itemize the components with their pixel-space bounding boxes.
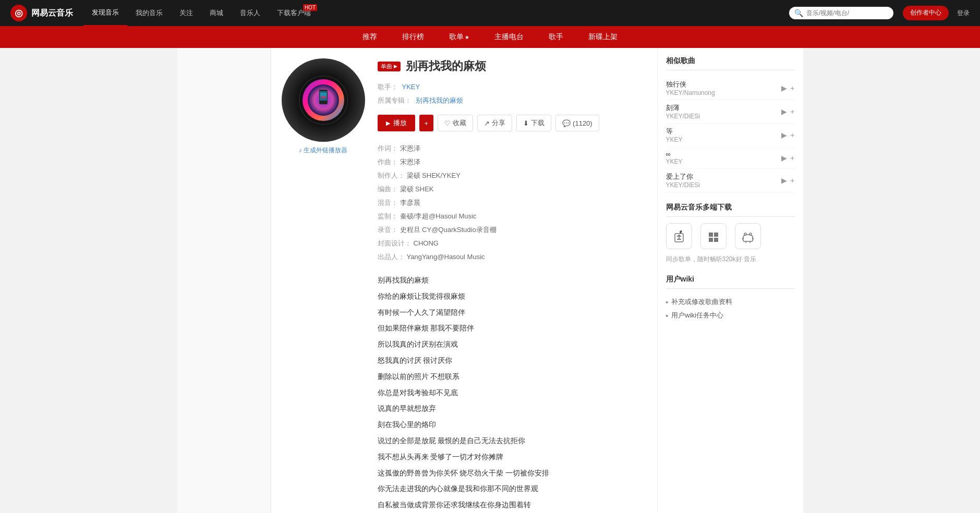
share-button[interactable]: ↗ 分享 bbox=[477, 115, 512, 131]
wiki-section: 用户wiki 补充或修改歌曲资料 用户wiki任务中心 bbox=[666, 275, 795, 322]
similar-song-name-1: 刻薄 bbox=[666, 103, 700, 113]
credit-value-3: 梁硕 SHEK bbox=[400, 182, 434, 196]
wiki-item-0[interactable]: 补充或修改歌曲资料 bbox=[666, 295, 795, 309]
nav-download[interactable]: 下载客户端 HOT bbox=[269, 0, 319, 26]
top-nav: ◎ 网易云音乐 发现音乐 我的音乐 关注 商城 音乐人 下载客户端 HOT 🔍 … bbox=[0, 0, 980, 26]
album-link[interactable]: 别再找我的麻烦 bbox=[416, 94, 463, 107]
similar-song-actions-4: ▶ + bbox=[781, 176, 794, 185]
star-icon: ★ bbox=[465, 34, 469, 40]
nav-discover[interactable]: 发现音乐 bbox=[83, 0, 127, 26]
album-art bbox=[303, 79, 344, 121]
similar-song-artist-1: YKEY/DiESi bbox=[666, 113, 700, 120]
credit-row-3: 编曲： 梁硕 SHEK bbox=[378, 182, 647, 196]
generate-link-area: ♪ 生成外链播放器 bbox=[282, 146, 365, 155]
similar-song-info-0: 独行侠 YKEY/Namunong bbox=[666, 80, 715, 96]
creator-button[interactable]: 创作者中心 bbox=[903, 6, 949, 20]
login-button[interactable]: 登录 bbox=[957, 9, 970, 18]
ios-download-icon[interactable] bbox=[666, 223, 692, 249]
subnav-newalbum[interactable]: 新碟上架 bbox=[576, 26, 630, 48]
lyric-line-12: 这孤傲的野兽曾为你关怀 烧尽劲火干柴 一切被你安排 bbox=[378, 465, 647, 481]
play-button[interactable]: 播放 bbox=[378, 115, 415, 131]
similar-songs-title: 相似歌曲 bbox=[666, 56, 795, 70]
similar-song-actions-2: ▶ + bbox=[781, 131, 794, 139]
play-small-icon-2[interactable]: ▶ bbox=[781, 131, 787, 139]
lyrics-text: 别再找我的麻烦你给的麻烦让我觉得很麻烦有时候一个人久了渴望陪伴但如果陪伴麻烦 那… bbox=[378, 272, 647, 513]
lyric-line-8: 说真的早就想放弃 bbox=[378, 400, 647, 417]
android-download-icon[interactable] bbox=[735, 223, 761, 249]
nav-mymusic[interactable]: 我的音乐 bbox=[127, 0, 171, 26]
add-small-icon-0[interactable]: + bbox=[790, 84, 794, 92]
nav-follow[interactable]: 关注 bbox=[171, 0, 201, 26]
nav-links: 发现音乐 我的音乐 关注 商城 音乐人 下载客户端 HOT bbox=[83, 0, 784, 26]
credit-label-3: 编曲： bbox=[378, 182, 398, 196]
credits-section: 作词： 宋恩泽 作曲： 宋恩泽 制作人： 梁硕 SHEK/YKEY 编曲： 梁硕… bbox=[378, 142, 647, 264]
nav-mall[interactable]: 商城 bbox=[201, 0, 232, 26]
similar-song-actions-0: ▶ + bbox=[781, 84, 794, 92]
add-small-icon-4[interactable]: + bbox=[790, 176, 794, 185]
credit-value-7: CHONG bbox=[414, 237, 439, 250]
search-input[interactable] bbox=[806, 9, 888, 17]
subnav-radio[interactable]: 主播电台 bbox=[482, 26, 536, 48]
credit-value-8: YangYang@Hasoul Music bbox=[407, 250, 485, 264]
play-small-icon-0[interactable]: ▶ bbox=[781, 84, 787, 92]
song-info: 单曲 别再找我的麻烦 歌手： YKEY 所属专辑： 别再找我的麻烦 播放 + bbox=[378, 58, 647, 513]
song-title: 别再找我的麻烦 bbox=[406, 58, 486, 74]
credit-value-6: 史程旦 CY@QuarkStudio录音棚 bbox=[400, 223, 497, 237]
svg-rect-4 bbox=[321, 96, 326, 99]
similar-song-artist-3: YKEY bbox=[666, 158, 683, 165]
wiki-item-1[interactable]: 用户wiki任务中心 bbox=[666, 309, 795, 322]
collect-label: 收藏 bbox=[453, 118, 466, 128]
similar-song-3: ∞ YKEY ▶ + bbox=[666, 147, 795, 169]
credit-value-4: 李彦晨 bbox=[400, 196, 420, 210]
add-small-icon-1[interactable]: + bbox=[790, 107, 794, 116]
song-header: ♪ 生成外链播放器 单曲 别再找我的麻烦 歌手： YKEY 所属专辑： 别再找我… bbox=[282, 58, 647, 513]
lyric-line-9: 刻在我心里的烙印 bbox=[378, 417, 647, 433]
lyric-line-10: 说过的全部是放屁 最恨的是自己无法去抗拒你 bbox=[378, 433, 647, 449]
download-section: 网易云音乐多端下载 bbox=[666, 203, 795, 264]
lyrics-section: 别再找我的麻烦你给的麻烦让我觉得很麻烦有时候一个人久了渴望陪伴但如果陪伴麻烦 那… bbox=[378, 272, 647, 513]
similar-song-1: 刻薄 YKEY/DiESi ▶ + bbox=[666, 100, 795, 124]
lyric-line-1: 你给的麻烦让我觉得很麻烦 bbox=[378, 288, 647, 304]
comment-button[interactable]: 💬 (1120) bbox=[555, 115, 599, 131]
add-to-queue-button[interactable]: + bbox=[419, 115, 434, 131]
logo-symbol: ◎ bbox=[15, 7, 23, 19]
share-label: 分享 bbox=[492, 118, 505, 128]
similar-song-actions-3: ▶ + bbox=[781, 154, 794, 162]
credit-value-1: 宋恩泽 bbox=[400, 155, 420, 169]
song-title-row: 单曲 别再找我的麻烦 bbox=[378, 58, 647, 74]
nav-musician[interactable]: 音乐人 bbox=[232, 0, 269, 26]
similar-song-name-4: 爱上了你 bbox=[666, 172, 700, 181]
similar-song-0: 独行侠 YKEY/Namunong ▶ + bbox=[666, 77, 795, 100]
add-small-icon-2[interactable]: + bbox=[790, 131, 794, 139]
play-small-icon-4[interactable]: ▶ bbox=[781, 176, 787, 185]
lyric-line-11: 我不想从头再来 受够了一切才对你摊牌 bbox=[378, 449, 647, 465]
play-small-icon-3[interactable]: ▶ bbox=[781, 154, 787, 162]
add-small-icon-3[interactable]: + bbox=[790, 154, 794, 162]
logo-area[interactable]: ◎ 网易云音乐 bbox=[10, 5, 73, 21]
wiki-link-1[interactable]: 用户wiki任务中心 bbox=[671, 311, 723, 320]
subnav-playlist[interactable]: 歌单★ bbox=[437, 26, 482, 48]
subnav-recommend[interactable]: 推荐 bbox=[350, 26, 390, 48]
generate-link[interactable]: ♪ 生成外链播放器 bbox=[299, 146, 347, 154]
similar-song-2: 等 YKEY ▶ + bbox=[666, 124, 795, 147]
subnav-singer[interactable]: 歌手 bbox=[536, 26, 576, 48]
play-small-icon-1[interactable]: ▶ bbox=[781, 107, 787, 116]
right-sidebar: 相似歌曲 独行侠 YKEY/Namunong ▶ + 刻薄 YKEY/DiESi… bbox=[657, 48, 803, 513]
lyric-line-2: 有时候一个人久了渴望陪伴 bbox=[378, 304, 647, 321]
download-icon: ⬇ bbox=[523, 119, 529, 127]
credit-row-0: 作词： 宋恩泽 bbox=[378, 142, 647, 155]
collect-button[interactable]: ♡ 收藏 bbox=[438, 115, 473, 131]
download-label: 下载 bbox=[531, 118, 545, 128]
search-bar[interactable]: 🔍 bbox=[789, 7, 893, 19]
artist-link[interactable]: YKEY bbox=[402, 80, 420, 94]
download-button[interactable]: ⬇ 下载 bbox=[516, 115, 551, 131]
album-row: 所属专辑： 别再找我的麻烦 bbox=[378, 94, 647, 107]
similar-song-4: 爱上了你 YKEY/DiESi ▶ + bbox=[666, 169, 795, 192]
credit-row-8: 出品人： YangYang@Hasoul Music bbox=[378, 250, 647, 264]
subnav-charts[interactable]: 排行榜 bbox=[390, 26, 437, 48]
credit-label-7: 封面设计： bbox=[378, 237, 412, 250]
lyric-line-3: 但如果陪伴麻烦 那我不要陪伴 bbox=[378, 320, 647, 336]
windows-download-icon[interactable] bbox=[700, 223, 727, 249]
vinyl-record bbox=[282, 58, 365, 142]
wiki-link-0[interactable]: 补充或修改歌曲资料 bbox=[671, 297, 732, 307]
